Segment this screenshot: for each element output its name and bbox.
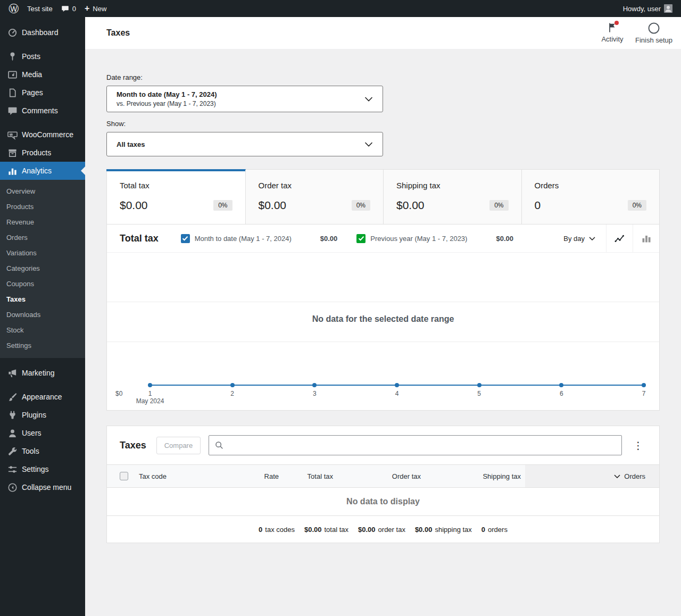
site-name-menu[interactable]: Test site bbox=[23, 0, 57, 17]
x-tick-label: 7 bbox=[642, 390, 646, 397]
legend-item-previous-period[interactable]: Previous year (May 1 - 7, 2023) bbox=[356, 234, 467, 243]
column-header-tax-code[interactable]: Tax code bbox=[135, 465, 230, 487]
bar-chart-icon bbox=[641, 233, 652, 244]
chevron-down-icon bbox=[364, 142, 373, 147]
account-menu[interactable]: Howdy, user bbox=[619, 0, 677, 17]
submenu-item-taxes[interactable]: Taxes bbox=[0, 292, 85, 307]
search-input[interactable] bbox=[227, 436, 616, 455]
submenu-item-variations[interactable]: Variations bbox=[0, 245, 85, 261]
sidebar-item-pages[interactable]: Pages bbox=[0, 84, 85, 102]
submenu-item-coupons[interactable]: Coupons bbox=[0, 276, 85, 292]
comment-bubble-icon bbox=[61, 5, 69, 13]
card-value: $0.00 bbox=[120, 199, 148, 212]
finish-setup-button[interactable]: Finish setup bbox=[633, 20, 675, 46]
delta-badge: 0% bbox=[352, 200, 370, 211]
site-name-label: Test site bbox=[27, 5, 53, 13]
table-empty-message: No data to display bbox=[107, 488, 659, 516]
plug-icon bbox=[7, 410, 18, 420]
show-filter-label: Show: bbox=[106, 120, 660, 128]
admin-bar: Ⓦ Test site 0 + New Howdy, user bbox=[0, 0, 681, 17]
date-range-select[interactable]: Month to date (May 1 - 7, 2024) vs. Prev… bbox=[106, 86, 383, 112]
bar-chart-button[interactable] bbox=[633, 224, 659, 252]
new-menu[interactable]: + New bbox=[80, 0, 111, 17]
finish-setup-label: Finish setup bbox=[635, 36, 672, 44]
table-toolbar: Taxes Compare ⋮ bbox=[107, 426, 659, 464]
checkbox-checked-icon[interactable] bbox=[356, 234, 366, 243]
table-menu-button[interactable]: ⋮ bbox=[630, 438, 646, 453]
sidebar-item-media[interactable]: Media bbox=[0, 65, 85, 84]
summary-cards: Total tax $0.00 0% Order tax $0.00 0% Sh… bbox=[106, 169, 660, 224]
sidebar-item-plugins[interactable]: Plugins bbox=[0, 406, 85, 424]
submenu-item-orders[interactable]: Orders bbox=[0, 230, 85, 245]
pin-icon bbox=[7, 52, 18, 62]
sidebar-item-users[interactable]: Users bbox=[0, 424, 85, 442]
date-range-label: Date range: bbox=[106, 73, 660, 81]
chart-panel: Total tax Month to date (May 1 - 7, 2024… bbox=[106, 224, 660, 411]
x-axis-month-label: May 2024 bbox=[136, 397, 164, 405]
chart-header: Total tax Month to date (May 1 - 7, 2024… bbox=[107, 224, 659, 253]
submenu-item-overview[interactable]: Overview bbox=[0, 184, 85, 199]
summary-card-orders[interactable]: Orders 0 0% bbox=[521, 170, 660, 224]
submenu-item-revenue[interactable]: Revenue bbox=[0, 214, 85, 230]
x-axis: $0 1 2 3 4 5 6 7 May 2024 bbox=[107, 386, 659, 410]
summary-card-order-tax[interactable]: Order tax $0.00 0% bbox=[245, 170, 384, 224]
interval-select[interactable]: By day bbox=[563, 235, 595, 243]
user-avatar bbox=[664, 4, 672, 13]
sidebar-item-products[interactable]: Products bbox=[0, 144, 85, 162]
sort-desc-icon bbox=[614, 475, 620, 478]
x-tick-label: 6 bbox=[560, 390, 563, 397]
sidebar-item-appearance[interactable]: Appearance bbox=[0, 388, 85, 406]
column-header-order-tax[interactable]: Order tax bbox=[337, 465, 425, 487]
delta-badge: 0% bbox=[628, 200, 646, 211]
checkbox-checked-icon[interactable] bbox=[181, 234, 190, 243]
submenu-item-categories[interactable]: Categories bbox=[0, 261, 85, 276]
table-header-row: Tax code Rate Total tax Order tax Shippi… bbox=[107, 464, 659, 488]
sidebar-item-posts[interactable]: Posts bbox=[0, 47, 85, 65]
legend-item-current-period[interactable]: Month to date (May 1 - 7, 2024) bbox=[181, 234, 292, 243]
sidebar-item-woocommerce[interactable]: WooCommerce bbox=[0, 126, 85, 144]
summary-card-shipping-tax[interactable]: Shipping tax $0.00 0% bbox=[383, 170, 521, 224]
sidebar-item-dashboard[interactable]: Dashboard bbox=[0, 23, 85, 41]
show-select[interactable]: All taxes bbox=[106, 132, 383, 156]
sidebar-item-settings[interactable]: Settings bbox=[0, 460, 85, 478]
submenu-item-settings[interactable]: Settings bbox=[0, 338, 85, 353]
column-header-orders-sorted[interactable]: Orders bbox=[525, 465, 659, 487]
page-icon bbox=[7, 88, 18, 98]
card-value: $0.00 bbox=[259, 199, 287, 212]
x-tick-label: 2 bbox=[230, 390, 234, 397]
submenu-item-stock[interactable]: Stock bbox=[0, 322, 85, 338]
delta-badge: 0% bbox=[213, 200, 232, 211]
activity-label: Activity bbox=[601, 35, 623, 43]
submenu-item-products[interactable]: Products bbox=[0, 199, 85, 214]
column-header-rate[interactable]: Rate bbox=[230, 465, 283, 487]
comments-menu[interactable]: 0 bbox=[57, 0, 80, 17]
select-all-checkbox[interactable] bbox=[120, 472, 128, 480]
setup-progress-ring-icon bbox=[647, 22, 660, 35]
chart-plot-area: No data for the selected date range bbox=[107, 253, 659, 386]
table-search[interactable] bbox=[209, 435, 622, 455]
compare-button[interactable]: Compare bbox=[156, 437, 201, 454]
admin-sidebar: Dashboard Posts Media Pages Comments Woo… bbox=[0, 17, 85, 616]
x-tick-label: 5 bbox=[477, 390, 481, 397]
new-label: New bbox=[93, 5, 106, 13]
column-header-shipping-tax[interactable]: Shipping tax bbox=[425, 465, 525, 487]
activity-button[interactable]: Activity bbox=[592, 20, 633, 46]
woocommerce-icon bbox=[7, 130, 18, 140]
sidebar-item-comments[interactable]: Comments bbox=[0, 102, 85, 120]
table-title: Taxes bbox=[120, 440, 146, 451]
sidebar-item-tools[interactable]: Tools bbox=[0, 442, 85, 460]
howdy-label: Howdy, user bbox=[623, 5, 661, 13]
submenu-item-downloads[interactable]: Downloads bbox=[0, 307, 85, 322]
sidebar-item-analytics[interactable]: Analytics bbox=[0, 162, 85, 180]
sidebar-item-collapse-menu[interactable]: Collapse menu bbox=[0, 478, 85, 496]
sidebar-item-marketing[interactable]: Marketing bbox=[0, 364, 85, 382]
media-icon bbox=[7, 70, 18, 80]
bar-chart-icon bbox=[7, 166, 18, 176]
card-value: $0.00 bbox=[396, 199, 425, 212]
summary-card-total-tax[interactable]: Total tax $0.00 0% bbox=[107, 170, 245, 224]
plus-icon: + bbox=[85, 4, 89, 13]
y-axis-zero-label: $0 bbox=[115, 390, 122, 397]
line-chart-button[interactable] bbox=[606, 224, 633, 252]
wordpress-menu[interactable]: Ⓦ bbox=[4, 0, 23, 17]
column-header-total-tax[interactable]: Total tax bbox=[283, 465, 337, 487]
